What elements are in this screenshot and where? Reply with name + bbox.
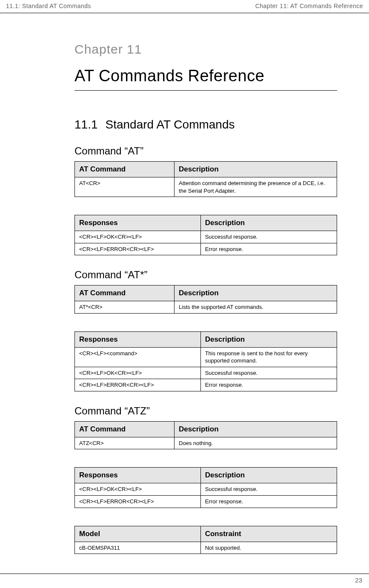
table-header-row: Responses Description: [75, 215, 337, 231]
cell-command: AT<CR>: [75, 177, 174, 197]
table-header-row: AT Command Description: [75, 162, 337, 177]
col-responses: Responses: [75, 468, 201, 483]
content-area: Chapter 11 AT Commands Reference 11.1Sta…: [0, 42, 369, 554]
cell-response: <CR><LF>OK<CR><LF>: [75, 483, 201, 496]
cell-constraint: Not supported.: [200, 542, 337, 554]
section-name: Standard AT Commands: [106, 118, 235, 131]
table-row: <CR><LF>OK<CR><LF> Successful response.: [75, 231, 337, 243]
table-row: AT<CR> Attention command determining the…: [75, 177, 337, 197]
cell-command: AT*<CR>: [75, 301, 174, 314]
cell-description: Error response.: [200, 496, 337, 508]
page-footer: 23: [0, 574, 369, 588]
table-header-row: AT Command Description: [75, 285, 337, 301]
table-header-row: AT Command Description: [75, 421, 337, 437]
table-header-row: Responses Description: [75, 468, 337, 483]
at-responses-table: Responses Description <CR><LF>OK<CR><LF>…: [74, 215, 337, 255]
table-row: AT*<CR> Lists the supported AT commands.: [75, 301, 337, 314]
table-row: <CR><LF><command> This response is sent …: [75, 347, 337, 367]
col-description: Description: [174, 285, 337, 301]
cell-description: Error response.: [200, 379, 337, 391]
cell-description: Successful response.: [200, 483, 337, 496]
command-heading-at: Command “AT”: [74, 145, 337, 157]
col-description: Description: [174, 421, 337, 437]
page-number: 23: [355, 577, 362, 584]
spacer: [74, 458, 337, 467]
cell-description: Successful response.: [200, 231, 337, 243]
col-model: Model: [75, 526, 201, 542]
page: 11.1: Standard AT Commands Chapter 11: A…: [0, 0, 369, 588]
at-command-table: AT Command Description AT<CR> Attention …: [74, 161, 337, 197]
cell-description: This response is sent to the host for ev…: [200, 347, 337, 367]
cell-description: Successful response.: [200, 367, 337, 379]
running-header: 11.1: Standard AT Commands Chapter 11: A…: [0, 0, 369, 13]
header-right: Chapter 11: AT Commands Reference: [255, 3, 363, 9]
col-description: Description: [200, 468, 337, 483]
atz-command-table: AT Command Description ATZ<CR> Does noth…: [74, 421, 337, 450]
cell-model: cB-OEMSPA311: [75, 542, 201, 554]
cell-description: Does nothing.: [174, 437, 337, 449]
cell-response: <CR><LF>ERROR<CR><LF>: [75, 243, 201, 255]
header-left: 11.1: Standard AT Commands: [6, 3, 91, 9]
chapter-title: AT Commands Reference: [74, 67, 337, 91]
table-row: cB-OEMSPA311 Not supported.: [75, 542, 337, 554]
command-heading-atz: Command “ATZ”: [74, 405, 337, 417]
cell-description: Lists the supported AT commands.: [174, 301, 337, 314]
atstar-command-table: AT Command Description AT*<CR> Lists the…: [74, 285, 337, 314]
col-responses: Responses: [75, 215, 201, 231]
col-at-command: AT Command: [75, 162, 174, 177]
cell-response: <CR><LF>OK<CR><LF>: [75, 231, 201, 243]
atz-responses-table: Responses Description <CR><LF>OK<CR><LF>…: [74, 467, 337, 508]
cell-description: Error response.: [200, 243, 337, 255]
spacer: [74, 517, 337, 526]
table-row: <CR><LF>ERROR<CR><LF> Error response.: [75, 496, 337, 508]
table-row: <CR><LF>OK<CR><LF> Successful response.: [75, 483, 337, 496]
col-at-command: AT Command: [75, 421, 174, 437]
cell-response: <CR><LF>ERROR<CR><LF>: [75, 379, 201, 391]
section-heading: 11.1Standard AT Commands: [74, 118, 337, 131]
table-row: ATZ<CR> Does nothing.: [75, 437, 337, 449]
table-header-row: Model Constraint: [75, 526, 337, 542]
atz-model-table: Model Constraint cB-OEMSPA311 Not suppor…: [74, 526, 337, 554]
cell-response: <CR><LF><command>: [75, 347, 201, 367]
col-responses: Responses: [75, 331, 201, 347]
spacer: [74, 206, 337, 215]
col-description: Description: [200, 215, 337, 231]
command-heading-atstar: Command “AT*”: [74, 269, 337, 281]
cell-response: <CR><LF>OK<CR><LF>: [75, 367, 201, 379]
col-description: Description: [200, 331, 337, 347]
chapter-label: Chapter 11: [74, 42, 337, 57]
table-row: <CR><LF>ERROR<CR><LF> Error response.: [75, 243, 337, 255]
cell-description: Attention command determining the presen…: [174, 177, 337, 197]
atstar-responses-table: Responses Description <CR><LF><command> …: [74, 331, 337, 391]
table-row: <CR><LF>ERROR<CR><LF> Error response.: [75, 379, 337, 391]
col-at-command: AT Command: [75, 285, 174, 301]
table-row: <CR><LF>OK<CR><LF> Successful response.: [75, 367, 337, 379]
col-constraint: Constraint: [200, 526, 337, 542]
cell-response: <CR><LF>ERROR<CR><LF>: [75, 496, 201, 508]
spacer: [74, 322, 337, 331]
table-header-row: Responses Description: [75, 331, 337, 347]
section-number: 11.1: [74, 118, 98, 131]
cell-command: ATZ<CR>: [75, 437, 174, 449]
col-description: Description: [174, 162, 337, 177]
